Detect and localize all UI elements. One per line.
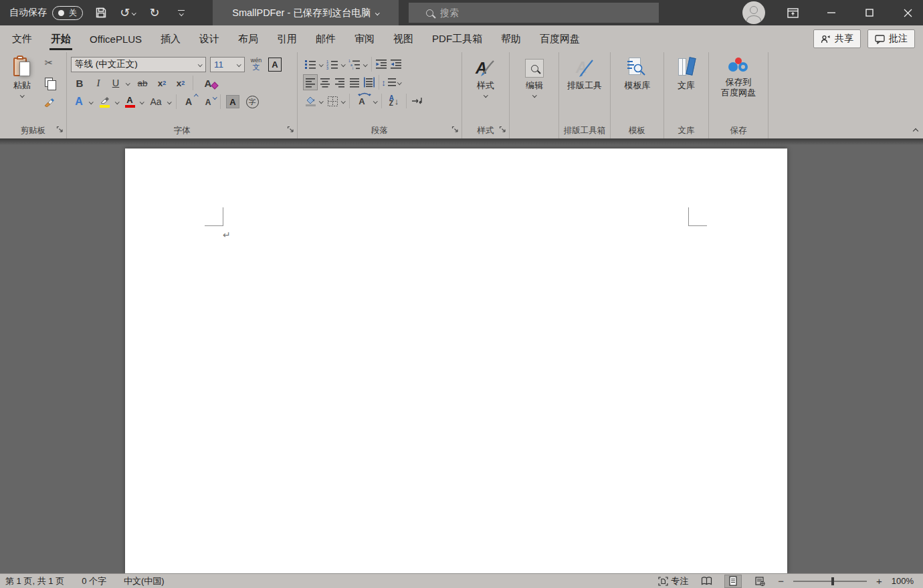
distribute-button[interactable] xyxy=(362,74,377,90)
sort-button[interactable]: AZ ↓ xyxy=(384,93,404,109)
tab-review[interactable]: 审阅 xyxy=(345,25,384,52)
undo-dropdown-icon[interactable] xyxy=(132,11,136,15)
bullets-dropdown-icon[interactable] xyxy=(318,56,325,72)
asian-layout-button[interactable]: A xyxy=(352,93,372,109)
decrease-indent-button[interactable] xyxy=(374,56,389,72)
tab-help[interactable]: 帮助 xyxy=(492,25,530,52)
superscript-button[interactable]: x2 xyxy=(172,75,189,91)
enclose-characters-button[interactable]: 字 xyxy=(243,94,262,110)
increase-indent-button[interactable] xyxy=(389,56,403,72)
line-spacing-dropdown-icon[interactable] xyxy=(396,74,403,90)
asian-layout-dropdown-icon[interactable] xyxy=(372,93,379,109)
character-shading-button[interactable]: A xyxy=(223,94,242,110)
numbering-button[interactable]: 123 xyxy=(325,56,340,72)
multilevel-dropdown-icon[interactable] xyxy=(362,56,369,72)
numbering-dropdown-icon[interactable] xyxy=(340,56,347,72)
tab-layout[interactable]: 布局 xyxy=(229,25,268,52)
font-name-combo[interactable]: 等线 (中文正文) xyxy=(71,57,206,72)
collapse-ribbon-button[interactable] xyxy=(914,124,918,136)
document-canvas[interactable]: ↵ xyxy=(0,138,923,573)
undo-button[interactable]: ↺ xyxy=(119,4,136,21)
minimize-button[interactable] xyxy=(817,0,846,25)
align-left-button[interactable] xyxy=(303,74,318,90)
font-size-combo[interactable]: 11 xyxy=(210,57,245,72)
word-count[interactable]: 0 个字 xyxy=(82,575,106,587)
text-effects-dropdown-icon[interactable] xyxy=(88,94,95,110)
font-color-dropdown-icon[interactable] xyxy=(138,94,146,110)
cut-button[interactable]: ✂ xyxy=(41,55,56,71)
tab-file[interactable]: 文件 xyxy=(3,25,41,52)
zoom-slider-thumb[interactable] xyxy=(831,577,834,585)
typeset-tools-button[interactable]: A 排版工具 xyxy=(562,55,607,92)
shading-button[interactable] xyxy=(303,93,318,109)
change-case-dropdown-icon[interactable] xyxy=(166,94,173,110)
template-library-button[interactable]: 模板库 xyxy=(616,55,659,92)
tab-references[interactable]: 引用 xyxy=(268,25,306,52)
tab-home[interactable]: 开始 xyxy=(41,25,80,52)
editing-dropdown-icon[interactable] xyxy=(532,93,536,97)
search-input[interactable] xyxy=(440,7,627,18)
styles-dialog-launcher[interactable] xyxy=(499,126,506,135)
share-button[interactable]: 共享 xyxy=(813,29,861,48)
read-mode-button[interactable] xyxy=(698,575,715,588)
tab-view[interactable]: 视图 xyxy=(384,25,423,52)
maximize-button[interactable] xyxy=(855,0,884,25)
italic-button[interactable]: I xyxy=(90,75,107,91)
editing-button[interactable]: 编辑 xyxy=(518,55,551,97)
borders-dropdown-icon[interactable] xyxy=(340,93,347,109)
zoom-out-button[interactable]: − xyxy=(778,575,784,587)
shrink-font-button[interactable]: A xyxy=(199,94,217,110)
show-hide-marks-button[interactable] xyxy=(409,93,426,109)
clipboard-dialog-launcher[interactable] xyxy=(56,126,64,135)
align-center-button[interactable] xyxy=(318,74,332,90)
paste-dropdown-icon[interactable] xyxy=(20,93,24,97)
zoom-slider[interactable] xyxy=(793,581,867,582)
grow-font-button[interactable]: A xyxy=(179,94,198,110)
account-avatar[interactable] xyxy=(742,1,765,24)
strikethrough-button[interactable]: ab xyxy=(133,75,152,91)
tab-design[interactable]: 设计 xyxy=(190,25,229,52)
borders-button[interactable] xyxy=(325,93,340,109)
document-title-button[interactable]: SmallPDFer - 已保存到这台电脑 xyxy=(213,0,399,25)
underline-button[interactable]: U xyxy=(108,75,123,91)
subscript-button[interactable]: x2 xyxy=(153,75,171,91)
shading-dropdown-icon[interactable] xyxy=(318,93,325,109)
document-page[interactable]: ↵ xyxy=(125,149,787,573)
save-to-baidu-button[interactable]: 保存到 百度网盘 xyxy=(714,55,762,99)
tab-mailings[interactable]: 邮件 xyxy=(306,25,345,52)
font-color-button[interactable]: A xyxy=(122,94,138,110)
web-layout-button[interactable] xyxy=(751,575,768,588)
focus-mode-button[interactable]: 专注 xyxy=(658,575,688,587)
styles-button[interactable]: A 样式 xyxy=(469,55,502,97)
language-indicator[interactable]: 中文(中国) xyxy=(124,575,165,587)
print-layout-button[interactable] xyxy=(724,575,742,588)
multilevel-list-button[interactable]: 1ai xyxy=(347,56,362,72)
change-case-button[interactable]: Aa xyxy=(146,94,165,110)
font-dialog-launcher[interactable] xyxy=(287,126,294,135)
zoom-in-button[interactable]: + xyxy=(876,575,882,587)
comments-button[interactable]: 批注 xyxy=(867,29,915,48)
autosave-toggle[interactable]: 关 xyxy=(52,6,83,20)
highlight-button[interactable] xyxy=(96,94,113,110)
phonetic-guide-button[interactable]: wén 文 xyxy=(249,56,264,72)
zoom-level[interactable]: 100% xyxy=(892,576,914,586)
line-spacing-button[interactable]: ↕ xyxy=(381,74,396,90)
align-right-button[interactable] xyxy=(332,74,347,90)
clear-formatting-button[interactable]: A xyxy=(197,75,219,91)
close-button[interactable] xyxy=(893,0,922,25)
tab-officeplus[interactable]: OfficePLUS xyxy=(80,25,151,52)
tab-insert[interactable]: 插入 xyxy=(151,25,190,52)
wenku-button[interactable]: 文库 xyxy=(670,55,703,92)
page-indicator[interactable]: 第 1 页, 共 1 页 xyxy=(5,575,64,587)
underline-dropdown-icon[interactable] xyxy=(124,75,132,91)
text-effects-button[interactable]: A xyxy=(71,94,87,110)
format-painter-button[interactable] xyxy=(41,94,56,110)
redo-button[interactable]: ↻ xyxy=(146,4,163,21)
paste-button[interactable]: 粘贴 xyxy=(5,55,39,97)
save-button[interactable] xyxy=(92,4,110,21)
styles-dropdown-icon[interactable] xyxy=(484,93,488,97)
copy-button[interactable] xyxy=(41,74,56,90)
bold-button[interactable]: B xyxy=(71,75,88,91)
quick-access-toolbar-menu[interactable] xyxy=(173,4,190,21)
highlight-dropdown-icon[interactable] xyxy=(114,94,121,110)
